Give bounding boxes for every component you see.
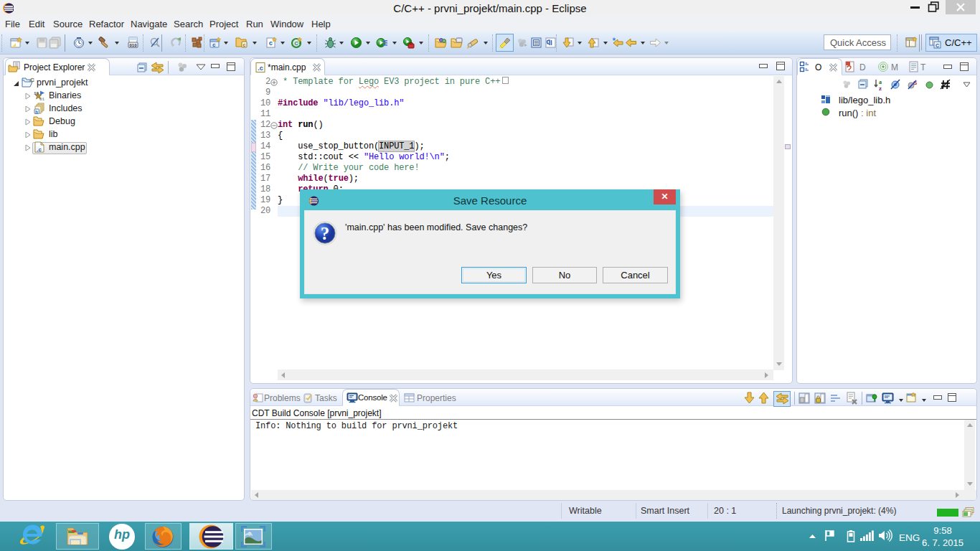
svg-text:C: C [30, 77, 34, 83]
svg-text:z: z [879, 85, 882, 91]
svg-text:c: c [212, 42, 216, 48]
svg-text:h: h [35, 110, 38, 114]
svg-text:.c: .c [258, 65, 263, 72]
svg-text:?: ? [321, 224, 330, 243]
svg-text:.c: .c [37, 146, 42, 153]
svg-text:C: C [936, 43, 939, 48]
svg-text:010: 010 [129, 43, 137, 47]
svg-text:c: c [269, 40, 273, 47]
svg-text:c: c [242, 42, 245, 48]
svg-text:C: C [294, 41, 298, 46]
